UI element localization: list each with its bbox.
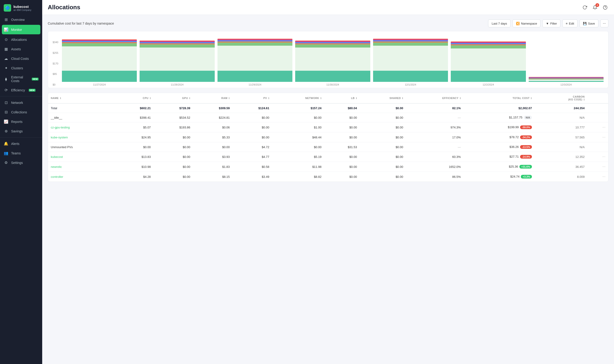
bar-segment xyxy=(373,46,448,71)
time-range-label: Last 7 days xyxy=(492,22,507,25)
save-icon: 💾 xyxy=(583,22,587,25)
change-badge: +31.6% xyxy=(519,165,532,169)
col-lb: LB ℹ xyxy=(324,93,360,104)
table-row: Unmounted PVs$0.00$0.00$0.00$4.72$0.00$3… xyxy=(48,142,608,152)
cell-row-actions[interactable]: ··· xyxy=(587,172,608,182)
sidebar-item-collections-label: Collections xyxy=(11,110,27,114)
cell-network: $1.00 xyxy=(272,122,324,132)
cell-gpu: $0.00 xyxy=(154,162,193,172)
sidebar-item-external-costs[interactable]: ⧫ External Costs NEW xyxy=(0,73,42,85)
sidebar-item-overview-label: Overview xyxy=(11,18,25,22)
sidebar-item-monitor[interactable]: 📊 Monitor xyxy=(2,25,40,34)
cell-pv: $3.49 xyxy=(233,172,272,182)
cell-shared: $0.00 xyxy=(360,113,406,122)
edit-label: Edit xyxy=(569,22,574,25)
cell-cpu: $398.41 xyxy=(114,113,154,122)
chart-bar[interactable] xyxy=(529,77,603,82)
cell-ram: $5.33 xyxy=(193,132,232,142)
namespace-button[interactable]: 🔀 Namespace xyxy=(512,19,540,27)
time-range-button[interactable]: Last 7 days xyxy=(488,19,510,27)
cell-carbon: 244.354 xyxy=(535,104,587,113)
chart-bar[interactable] xyxy=(295,40,370,82)
cell-gpu: $0.00 xyxy=(154,132,193,142)
cell-cpu: $24.95 xyxy=(114,132,154,142)
top-actions: 2 xyxy=(582,4,608,11)
cell-name[interactable]: newrelic xyxy=(48,162,114,172)
sidebar-item-teams[interactable]: 👥 Teams xyxy=(0,148,42,158)
cell-ram: $1.83 xyxy=(193,162,232,172)
cell-total-cost: $1,157.75N/A xyxy=(464,113,535,122)
chart-bar-group: 12/3/2024 xyxy=(529,77,603,86)
content-area: Cumulative cost for last 7 days by names… xyxy=(42,15,614,364)
filter-label: Filter xyxy=(550,22,557,25)
cell-name: __idle__ xyxy=(48,113,114,122)
bar-date-label: 11/28/2024 xyxy=(171,83,184,86)
chart-bar[interactable] xyxy=(62,39,137,82)
cell-row-actions[interactable]: ··· xyxy=(587,162,608,172)
cell-name[interactable]: kube-system xyxy=(48,132,114,142)
save-button[interactable]: 💾 Save xyxy=(579,19,599,27)
cell-name[interactable]: controller xyxy=(48,172,114,182)
settings-icon: ⚙ xyxy=(4,160,8,165)
sidebar-item-efficiency[interactable]: ⟳ Efficiency NEW xyxy=(0,85,42,95)
bar-segment xyxy=(140,48,214,71)
cell-ram: $224.81 xyxy=(193,113,232,122)
chart-bar[interactable] xyxy=(140,40,214,82)
cell-gpu: $0.00 xyxy=(154,172,193,182)
bar-segment xyxy=(451,71,526,82)
refresh-button[interactable] xyxy=(582,4,588,11)
chart-bar-group: 11/28/2024 xyxy=(140,40,214,86)
y-label-85: $85 xyxy=(53,73,60,75)
logo-sub-text: an IBM Company xyxy=(13,9,31,11)
kubecost-logo-icon: 🔷 xyxy=(4,4,11,12)
sidebar-item-assets[interactable]: ▦ Assets xyxy=(0,44,42,54)
more-button[interactable]: ··· xyxy=(600,19,608,27)
chart-bar[interactable] xyxy=(373,39,448,82)
edit-button[interactable]: ≡ Edit xyxy=(562,19,578,27)
cell-network: $0.00 xyxy=(272,113,324,122)
sidebar-item-allocations[interactable]: ⊙ Allocations xyxy=(0,35,42,44)
sidebar-item-alerts[interactable]: 🔔 Alerts xyxy=(0,139,42,148)
table-row: kubecost$13.83$0.00$3.93$4.77$5.19$0.00$… xyxy=(48,152,608,162)
notifications-button[interactable]: 2 xyxy=(592,4,598,11)
chart-bar[interactable] xyxy=(218,39,292,82)
bar-segment xyxy=(373,71,448,82)
sidebar-item-settings[interactable]: ⚙ Settings xyxy=(0,158,42,167)
sidebar-item-collections[interactable]: ⊟ Collections xyxy=(0,107,42,117)
cell-row-actions[interactable]: ··· xyxy=(587,122,608,132)
sidebar-item-network[interactable]: ⊡ Network xyxy=(0,98,42,107)
cell-lb: $0.00 xyxy=(324,113,360,122)
external-costs-icon: ⧫ xyxy=(4,77,8,81)
sidebar-item-clusters[interactable]: ✦ Clusters xyxy=(0,63,42,73)
bar-segment xyxy=(373,42,448,46)
overview-icon: ⊞ xyxy=(4,17,8,22)
cell-gpu: $534.52 xyxy=(154,113,193,122)
network-icon: ⊡ xyxy=(4,100,8,105)
filter-button[interactable]: ▼ Filter xyxy=(542,19,561,27)
cell-total-cost: $25.36+31.6% xyxy=(464,162,535,172)
assets-icon: ▦ xyxy=(4,47,8,51)
sidebar-item-alerts-label: Alerts xyxy=(11,142,19,146)
cell-carbon: 10.777 xyxy=(535,122,587,132)
cell-shared: $0.00 xyxy=(360,104,406,113)
external-costs-badge: NEW xyxy=(32,78,39,80)
sidebar-item-savings[interactable]: ⊛ Savings xyxy=(0,126,42,136)
sidebar-item-cloud-costs[interactable]: ☁ Cloud Costs xyxy=(0,54,42,63)
cell-total-cost: $199.99-59.0% xyxy=(464,122,535,132)
cell-cpu: $602.21 xyxy=(114,104,154,113)
col-name: NAME ℹ xyxy=(48,93,114,104)
cell-lb: $31.53 xyxy=(324,142,360,152)
chart-bar[interactable] xyxy=(451,41,526,82)
cell-efficiency: 60.3% xyxy=(406,152,464,162)
cell-shared: $0.00 xyxy=(360,132,406,142)
cell-total-cost: $36.26-13.5% xyxy=(464,142,535,152)
cell-name[interactable]: cz-gpu-testing xyxy=(48,122,114,132)
cell-network: $5.19 xyxy=(272,152,324,162)
logo-main-text: kubecost xyxy=(13,5,31,9)
sidebar-item-overview[interactable]: ⊞ Overview xyxy=(0,15,42,24)
cell-row-actions[interactable]: ··· xyxy=(587,132,608,142)
help-button[interactable] xyxy=(602,4,608,11)
sidebar-item-reports[interactable]: 📈 Reports xyxy=(0,117,42,126)
cell-row-actions[interactable]: ··· xyxy=(587,152,608,162)
cell-name[interactable]: kubecost xyxy=(48,152,114,162)
